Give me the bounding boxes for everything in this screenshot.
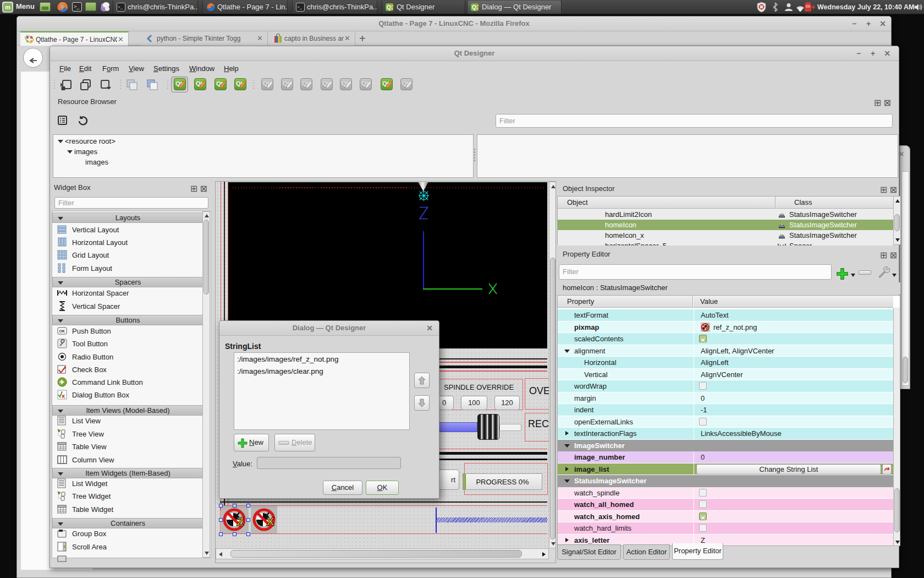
svg-text:Z: Z (237, 515, 244, 528)
svg-text:x: x (62, 392, 65, 399)
svg-text:OK: OK (59, 329, 65, 333)
svg-text:X: X (266, 515, 274, 528)
svg-text:Z: Z (706, 325, 709, 330)
